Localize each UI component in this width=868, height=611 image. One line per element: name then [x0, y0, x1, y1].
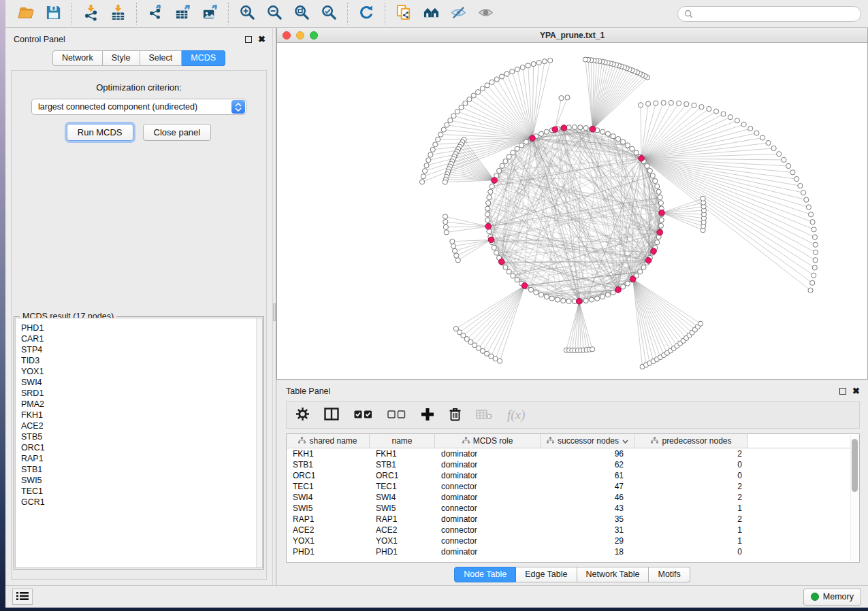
window-maximize-icon[interactable]	[310, 31, 318, 39]
table-cell: connector	[435, 535, 541, 546]
export-network-button[interactable]	[142, 2, 169, 25]
table-row[interactable]: RAP1RAP1dominator352	[287, 514, 859, 525]
column-header-predecessor-nodes[interactable]: predecessor nodes	[635, 434, 748, 448]
search-input[interactable]	[696, 9, 854, 18]
node-table: shared namenameMCDS rolesuccessor nodesp…	[286, 433, 860, 563]
mcds-result-item[interactable]: CAR1	[21, 333, 257, 344]
show-columns-button[interactable]	[324, 408, 339, 423]
mcds-result-item[interactable]: TEC1	[21, 486, 257, 497]
table-cell: SWI5	[287, 503, 370, 514]
import-network-button[interactable]	[77, 2, 104, 25]
import-table-button[interactable]	[104, 2, 131, 25]
add-column-button[interactable]	[421, 408, 434, 423]
table-cell: 31	[541, 525, 635, 535]
tab-network[interactable]: Network	[52, 50, 103, 66]
column-header-successor-nodes[interactable]: successor nodes	[541, 434, 635, 448]
close-panel-icon[interactable]: ✖	[258, 36, 266, 43]
table-settings-button[interactable]	[296, 408, 309, 423]
table-tab-edge-table[interactable]: Edge Table	[516, 567, 577, 582]
search-box	[677, 6, 861, 22]
table-scrollbar-thumb[interactable]	[852, 439, 858, 492]
table-tab-network-table[interactable]: Network Table	[577, 567, 649, 582]
delete-table-button[interactable]	[476, 409, 492, 422]
toolbar-separator	[136, 3, 137, 24]
zoom-fit-button[interactable]	[288, 2, 315, 25]
zoom-selected-button[interactable]	[315, 2, 342, 25]
float-table-panel-icon[interactable]	[839, 388, 846, 395]
delete-column-button[interactable]	[449, 408, 461, 423]
table-row[interactable]: SWI5SWI5connector431	[287, 503, 859, 514]
table-cell: 62	[541, 459, 635, 470]
memory-label: Memory	[823, 592, 854, 601]
table-row[interactable]: FKH1FKH1dominator962	[287, 448, 859, 459]
table-row[interactable]: STB1STB1dominator620	[287, 459, 859, 470]
new-network-from-selection-button[interactable]	[390, 2, 417, 25]
gear-icon	[296, 408, 309, 423]
export-table-button[interactable]	[169, 2, 196, 25]
mcds-result-item[interactable]: STB1	[21, 464, 257, 475]
task-history-button[interactable]	[12, 589, 33, 605]
refresh-view-button[interactable]	[353, 2, 380, 25]
table-row[interactable]: YOX1YOX1connector291	[287, 535, 859, 546]
tab-style[interactable]: Style	[103, 50, 140, 66]
table-row[interactable]: ACE2ACE2connector311	[287, 525, 859, 535]
window-close-icon[interactable]	[283, 31, 291, 39]
column-header-name[interactable]: name	[370, 434, 435, 448]
network-canvas[interactable]	[277, 43, 867, 379]
mcds-result-item[interactable]: SWI5	[21, 475, 257, 486]
table-scrollbar[interactable]	[850, 435, 859, 561]
column-header-shared-name[interactable]: shared name	[287, 434, 370, 448]
table-tab-motifs[interactable]: Motifs	[649, 567, 690, 582]
memory-button[interactable]: Memory	[803, 589, 861, 606]
zoom-out-button[interactable]	[261, 2, 288, 25]
first-neighbors-button[interactable]	[417, 2, 445, 25]
network-window-titlebar[interactable]: YPA_prune.txt_1	[277, 28, 867, 43]
table-tab-node-table[interactable]: Node Table	[454, 567, 516, 582]
panel-divider[interactable]	[272, 28, 276, 585]
tab-mcds[interactable]: MCDS	[182, 50, 225, 66]
select-stepper-icon	[231, 100, 245, 114]
network-graph[interactable]	[277, 43, 867, 379]
window-minimize-icon[interactable]	[296, 31, 304, 39]
table-row[interactable]: TEC1TEC1connector472	[287, 481, 859, 492]
zoom-in-button[interactable]	[234, 2, 261, 25]
mcds-result-item[interactable]: YOX1	[21, 366, 257, 377]
mcds-result-item[interactable]: ORC1	[21, 442, 257, 453]
trash-icon	[449, 408, 461, 423]
optimization-criterion-select[interactable]: largest connected component (undirected)	[31, 99, 246, 115]
table-cell: STB1	[370, 459, 435, 470]
export-image-button[interactable]	[196, 2, 223, 25]
mcds-result-item[interactable]: PHD1	[21, 323, 257, 333]
mcds-result-item[interactable]: SWI4	[21, 377, 257, 388]
mcds-result-item[interactable]: TID3	[21, 355, 257, 366]
mcds-result-item[interactable]: FKH1	[21, 410, 257, 420]
mcds-result-item[interactable]: SRD1	[21, 388, 257, 399]
function-builder-button[interactable]: f(x)	[507, 408, 525, 423]
float-panel-icon[interactable]	[245, 36, 252, 43]
mcds-result-item[interactable]: PMA2	[21, 399, 257, 410]
list-icon	[16, 591, 29, 603]
close-panel-button[interactable]: Close panel	[143, 124, 212, 141]
mcds-list-scrollbar[interactable]	[256, 318, 262, 567]
table-header-row: shared namenameMCDS rolesuccessor nodesp…	[287, 434, 859, 448]
table-row[interactable]: SWI4SWI4dominator462	[287, 492, 859, 503]
run-mcds-button[interactable]: Run MCDS	[67, 124, 133, 141]
mcds-result-item[interactable]: STB5	[21, 431, 257, 442]
show-all-button[interactable]	[472, 2, 499, 25]
mcds-result-item[interactable]: GCR1	[21, 497, 257, 508]
column-header-MCDS-role[interactable]: MCDS role	[435, 434, 541, 448]
table-row[interactable]: PHD1PHD1dominator180	[287, 546, 859, 557]
tab-select[interactable]: Select	[140, 50, 182, 66]
hide-selection-button[interactable]	[445, 2, 472, 25]
mcds-result-item[interactable]: RAP1	[21, 453, 257, 464]
export-image-icon	[202, 4, 219, 23]
deselect-all-button[interactable]	[387, 410, 406, 420]
select-all-button[interactable]	[354, 410, 372, 420]
table-cell: FKH1	[287, 448, 370, 459]
mcds-result-item[interactable]: ACE2	[21, 420, 257, 431]
close-table-panel-icon[interactable]: ✖	[852, 388, 860, 395]
mcds-result-item[interactable]: STP4	[21, 344, 257, 355]
open-file-button[interactable]	[12, 2, 39, 25]
save-session-button[interactable]	[39, 2, 67, 25]
table-row[interactable]: ORC1ORC1dominator610	[287, 470, 859, 481]
